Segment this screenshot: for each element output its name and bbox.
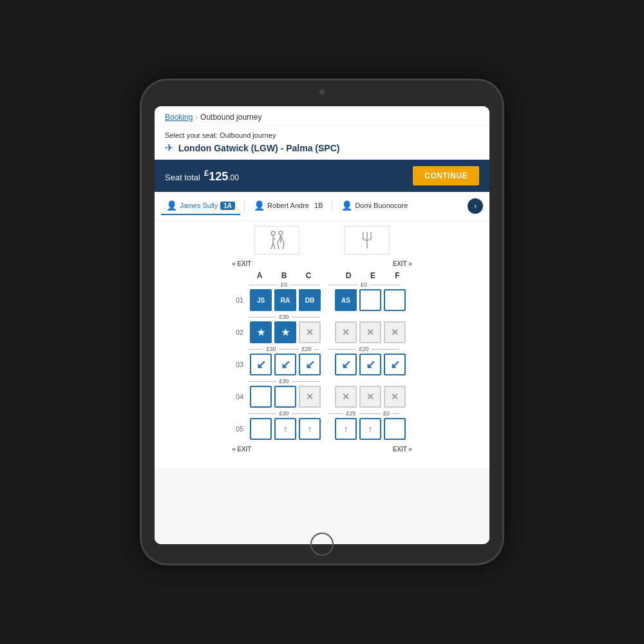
exit-label-right-bottom: EXIT » [393, 445, 412, 453]
seat-5F[interactable] [384, 418, 406, 440]
seat-1D[interactable]: AS [335, 289, 357, 311]
row05-price-right-f: £0 [381, 410, 392, 417]
seat-5A[interactable] [250, 418, 272, 440]
svg-point-0 [271, 231, 275, 235]
seat-label-1D: AS [341, 297, 350, 304]
row-num-05: 05 [232, 425, 247, 433]
seat-5B[interactable]: ↑ [274, 418, 296, 440]
seat-total-bar: Seat total £125.00 CONTINUE [155, 160, 489, 192]
restroom-icon [254, 226, 299, 254]
seat-4A[interactable] [250, 386, 272, 408]
next-passenger-button[interactable]: › [468, 198, 483, 214]
seat-3A[interactable]: ↙ [250, 354, 272, 375]
passenger-tab-2[interactable]: 👤 Domi Buonocore [336, 197, 413, 215]
seat-map-inner: « EXIT EXIT » A B [232, 221, 412, 455]
seat-4B[interactable] [274, 386, 296, 408]
seat-2A[interactable]: ★ [250, 321, 272, 343]
food-icon [345, 226, 390, 254]
row-03-prices: £30 £20 £20 [232, 346, 412, 352]
svg-line-6 [273, 243, 275, 249]
seat-label-2F: ✕ [391, 327, 399, 337]
passenger-name-1: Robert Andre [267, 202, 309, 209]
seat-4F: ✕ [384, 386, 406, 408]
seat-label-3E: ↙ [366, 357, 375, 372]
svg-line-5 [271, 243, 273, 249]
seat-label-3A: ↙ [256, 357, 266, 372]
seat-label-4F: ✕ [391, 392, 399, 402]
row-num-01: 01 [232, 296, 247, 304]
row-01-wrapper: £0 £0 01 JS [232, 281, 412, 311]
breadcrumb-link[interactable]: Booking [165, 113, 193, 122]
seat-total-price: £125.00 [204, 168, 239, 184]
exit-text-right-bottom: EXIT [393, 446, 407, 453]
seat-1F[interactable] [384, 289, 406, 311]
exit-label-left-bottom: « EXIT [232, 445, 251, 453]
row-num-02: 02 [232, 328, 247, 336]
price-amount: 125 [209, 170, 228, 183]
seat-label-4D: ✕ [342, 392, 350, 402]
seat-4D: ✕ [335, 386, 357, 408]
seat-4C: ✕ [299, 386, 321, 408]
seat-label-3F: ↙ [390, 357, 400, 372]
seat-row-04: 04 ✕ ✕ ✕ ✕ [232, 386, 412, 408]
row03-price-left-a: £30 [263, 346, 278, 352]
seat-2B[interactable]: ★ [274, 321, 296, 343]
seat-2C: ✕ [299, 321, 321, 343]
seat-2D: ✕ [335, 321, 357, 343]
seat-map: « EXIT EXIT » A B [155, 221, 489, 467]
seat-5C[interactable]: ↑ [299, 418, 321, 440]
seat-map-container[interactable]: « EXIT EXIT » A B [155, 221, 489, 544]
seat-label-2C: ✕ [306, 327, 314, 337]
seat-3E[interactable]: ↙ [359, 354, 381, 375]
seat-3C[interactable]: ↙ [299, 354, 321, 375]
seat-label-2B: ★ [281, 327, 290, 337]
breadcrumb-separator: › [195, 113, 198, 121]
tab-divider-0 [244, 200, 245, 213]
seat-label-5E: ↑ [368, 424, 373, 434]
seat-label-5C: ↑ [308, 424, 312, 434]
seat-label-4E: ✕ [366, 392, 374, 402]
row02-price-left: £30 [276, 314, 291, 320]
seat-3D[interactable]: ↙ [335, 354, 357, 375]
row01-price-left: £0 [278, 281, 290, 288]
seat-3B[interactable]: ↙ [274, 354, 296, 375]
seat-1E[interactable] [359, 289, 381, 311]
seat-2E: ✕ [359, 321, 381, 343]
passenger-tabs: 👤 James Sully 1A 👤 Robert Andre 1B 👤 Dom… [155, 192, 489, 221]
passenger-tab-0[interactable]: 👤 James Sully 1A [161, 197, 240, 215]
tablet-home-button[interactable] [310, 533, 334, 556]
row-04-wrapper: £30 04 ✕ ✕ [232, 378, 412, 408]
seat-5D[interactable]: ↑ [335, 418, 357, 440]
exit-row-top: « EXIT EXIT » [232, 257, 412, 270]
exit-text-right-top: EXIT [393, 260, 407, 267]
passenger-icon-0: 👤 [166, 200, 177, 211]
tablet-frame: Booking › Outbound journey Select your s… [142, 80, 502, 564]
col-header-F: F [386, 271, 408, 280]
seat-5E[interactable]: ↑ [359, 418, 381, 440]
select-seat-label: Select your seat: Outbound journey [165, 131, 479, 139]
seat-1A[interactable]: JS [250, 289, 272, 311]
passenger-tab-1[interactable]: 👤 Robert Andre 1B [249, 197, 328, 215]
row-05-prices: £30 £25 £0 [232, 410, 412, 417]
svg-line-10 [283, 243, 284, 249]
passenger-icon-2: 👤 [341, 200, 352, 211]
row-num-04: 04 [232, 393, 247, 401]
seat-row-03: 03 ↙ ↙ ↙ ↙ ↙ ↙ [232, 354, 412, 375]
seat-label-5B: ↑ [283, 424, 288, 434]
row-02-prices: £30 [232, 314, 412, 320]
seat-label-2A: ★ [257, 327, 265, 337]
seat-label-3D: ↙ [341, 357, 351, 372]
col-header-B: B [273, 271, 295, 280]
col-header-C: C [298, 271, 319, 280]
row04-price-left: £30 [276, 378, 291, 384]
seat-3F[interactable]: ↙ [384, 354, 406, 375]
row05-price-right-d: £25 [343, 410, 358, 417]
continue-button[interactable]: CONTINUE [413, 166, 479, 185]
seat-1B[interactable]: RA [274, 289, 296, 311]
passenger-icon-1: 👤 [254, 200, 265, 211]
seat-row-05: 05 ↑ ↑ ↑ ↑ [232, 418, 412, 440]
seat-1C[interactable]: DB [299, 289, 321, 311]
breadcrumb-current: Outbound journey [200, 113, 261, 122]
seat-label-1C: DB [305, 297, 314, 304]
route-text: London Gatwick (LGW) - Palma (SPC) [178, 143, 339, 153]
